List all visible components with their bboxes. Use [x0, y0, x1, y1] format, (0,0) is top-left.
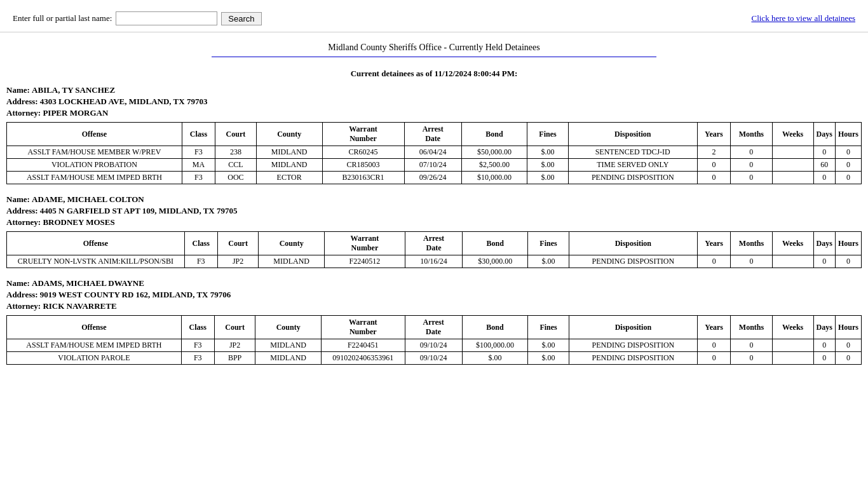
county-cell: MIDLAND: [256, 159, 322, 172]
years-cell: 0: [698, 352, 731, 365]
fines-cell: $.00: [527, 172, 568, 184]
court-cell: JP2: [217, 255, 259, 268]
days-cell: 0: [813, 172, 835, 184]
col-class: Class: [182, 123, 215, 146]
court-cell: JP2: [214, 339, 255, 352]
view-all-link[interactable]: Click here to view all detainees: [751, 13, 855, 24]
arrest-cell: 09/10/24: [405, 339, 462, 352]
disposition-cell: PENDING DISPOSITION: [569, 339, 697, 352]
fines-cell: $.00: [528, 352, 569, 365]
detainees-container: Name: ABILA, TY SANCHEZ Address: 4303 LO…: [0, 85, 868, 365]
fines-cell: $.00: [527, 146, 568, 159]
bond-cell: $100,000.00: [462, 339, 528, 352]
months-cell: 0: [731, 146, 773, 159]
class-cell: F3: [184, 255, 217, 268]
days-cell: 0: [813, 255, 835, 268]
col-hours: Hours: [835, 316, 861, 339]
col-court: Court: [215, 123, 257, 146]
offense-table: Offense Class Court County WarrantNumber…: [6, 122, 862, 184]
col-fines: Fines: [528, 232, 569, 255]
disposition-cell: PENDING DISPOSITION: [569, 255, 697, 268]
weeks-cell: [772, 172, 813, 184]
search-label: Enter full or partial last name:: [13, 13, 112, 24]
detainee-section: Name: ABILA, TY SANCHEZ Address: 4303 LO…: [6, 85, 862, 184]
hours-cell: 0: [835, 352, 861, 365]
search-button[interactable]: Search: [221, 12, 261, 25]
bond-cell: $.00: [462, 352, 528, 365]
col-weeks: Weeks: [772, 232, 813, 255]
detainee-section: Name: ADAMS, MICHAEL DWAYNE Address: 901…: [6, 278, 862, 365]
years-cell: 0: [698, 255, 731, 268]
address-label: Address:: [6, 97, 38, 106]
col-hours: Hours: [835, 123, 861, 146]
months-cell: 0: [731, 339, 772, 352]
warrant-cell: B230163CR1: [322, 172, 404, 184]
col-court: Court: [217, 232, 259, 255]
county-cell: MIDLAND: [259, 255, 325, 268]
class-cell: F3: [182, 172, 215, 184]
col-months: Months: [731, 232, 772, 255]
detainee-name: Name: ADAME, MICHAEL COLTON: [6, 194, 862, 205]
attorney-value: BRODNEY MOSES: [43, 217, 114, 227]
col-days: Days: [813, 232, 835, 255]
col-months: Months: [731, 316, 772, 339]
col-class: Class: [181, 316, 214, 339]
county-cell: MIDLAND: [255, 339, 322, 352]
address-value: 9019 WEST COUNTY RD 162, MIDLAND, TX 797…: [40, 290, 231, 299]
warrant-cell: F2240451: [321, 339, 405, 352]
attorney-value: RICK NAVARRETE: [43, 301, 116, 311]
hours-cell: 0: [835, 146, 861, 159]
warrant-cell: CR185003: [322, 159, 404, 172]
bond-cell: $30,000.00: [463, 255, 528, 268]
offense-table: Offense Class Court County WarrantNumber…: [6, 231, 862, 268]
weeks-cell: [772, 159, 813, 172]
table-row: VIOLATION PROBATION MA CCL MIDLAND CR185…: [7, 159, 862, 172]
years-cell: 0: [697, 172, 730, 184]
col-offense: Offense: [7, 123, 182, 146]
col-days: Days: [813, 123, 835, 146]
col-arrest: ArrestDate: [404, 123, 461, 146]
fines-cell: $.00: [528, 255, 569, 268]
detainee-attorney: Attorney: PIPER MORGAN: [6, 108, 862, 118]
col-weeks: Weeks: [772, 123, 813, 146]
name-label: Name:: [6, 85, 30, 95]
hours-cell: 0: [835, 172, 861, 184]
col-county: County: [259, 232, 325, 255]
col-warrant: WarrantNumber: [324, 232, 405, 255]
name-value: ADAME, MICHAEL COLTON: [32, 194, 144, 204]
months-cell: 0: [731, 255, 772, 268]
years-cell: 0: [697, 159, 730, 172]
col-arrest: ArrestDate: [405, 232, 463, 255]
col-bond: Bond: [462, 316, 528, 339]
search-area: Enter full or partial last name: Search: [13, 11, 262, 25]
col-years: Years: [697, 123, 730, 146]
col-warrant: WarrantNumber: [322, 123, 404, 146]
class-cell: F3: [182, 146, 215, 159]
hours-cell: 0: [835, 255, 861, 268]
days-cell: 0: [813, 339, 835, 352]
weeks-cell: [772, 146, 813, 159]
disposition-cell: PENDING DISPOSITION: [569, 352, 697, 365]
col-hours: Hours: [835, 232, 861, 255]
col-county: County: [255, 316, 322, 339]
attorney-value: PIPER MORGAN: [43, 108, 108, 118]
class-cell: F3: [181, 352, 214, 365]
page-title: Midland County Sheriffs Office - Current…: [212, 43, 656, 57]
col-fines: Fines: [528, 316, 569, 339]
class-cell: F3: [181, 339, 214, 352]
search-input[interactable]: [116, 11, 217, 25]
arrest-cell: 09/26/24: [404, 172, 461, 184]
col-fines: Fines: [527, 123, 568, 146]
county-cell: MIDLAND: [255, 352, 322, 365]
arrest-cell: 09/10/24: [405, 352, 462, 365]
col-bond: Bond: [461, 123, 527, 146]
detainee-name: Name: ADAMS, MICHAEL DWAYNE: [6, 278, 862, 288]
county-cell: MIDLAND: [256, 146, 322, 159]
col-disposition: Disposition: [569, 316, 697, 339]
address-value: 4405 N GARFIELD ST APT 109, MIDLAND, TX …: [40, 206, 238, 215]
days-cell: 0: [813, 352, 835, 365]
attorney-label: Attorney:: [6, 108, 41, 118]
court-cell: 238: [215, 146, 257, 159]
address-label: Address:: [6, 290, 38, 299]
attorney-label: Attorney:: [6, 301, 41, 311]
